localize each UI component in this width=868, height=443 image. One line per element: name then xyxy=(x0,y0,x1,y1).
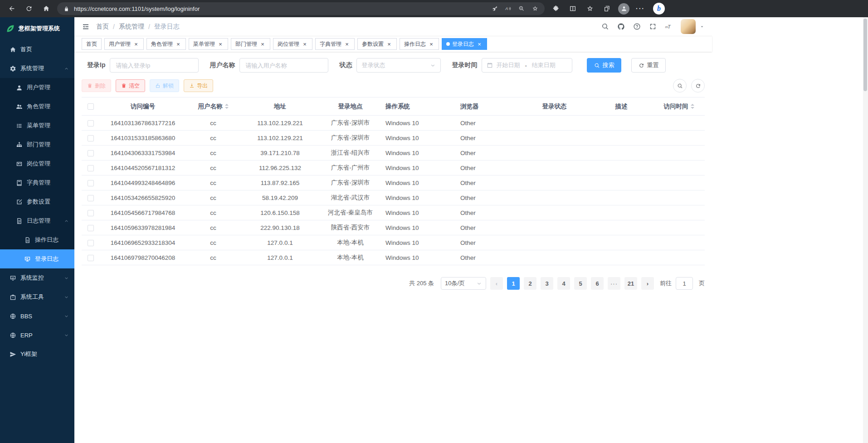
zoom-out-icon[interactable] xyxy=(518,5,525,12)
reset-button[interactable]: 重置 xyxy=(631,58,666,73)
sort-caret-icon[interactable] xyxy=(691,104,694,109)
table-row[interactable]: 1641054566717984768cc120.6.150.158河北省-秦皇… xyxy=(82,205,705,220)
tab-dept-manage[interactable]: 部门管理× xyxy=(231,38,270,50)
row-checkbox[interactable] xyxy=(88,180,94,186)
tab-login-log[interactable]: 登录日志× xyxy=(442,38,487,50)
tab-close-icon[interactable]: × xyxy=(302,41,308,47)
page-button-6[interactable]: 6 xyxy=(591,277,604,290)
row-checkbox[interactable] xyxy=(88,225,94,231)
row-checkbox[interactable] xyxy=(88,195,94,201)
tab-post-manage[interactable]: 岗位管理× xyxy=(273,38,312,50)
unlock-button[interactable]: 解锁 xyxy=(150,79,179,92)
address-bar[interactable]: https://ccnetcore.com:1101/system/log/lo… xyxy=(57,2,545,15)
sidebar-item-yi-framework[interactable]: Yi框架 xyxy=(0,345,74,364)
refresh-table-button[interactable] xyxy=(691,79,705,92)
sidebar-item-system-manage[interactable]: 系统管理 xyxy=(0,59,74,78)
status-select[interactable]: 登录状态 xyxy=(356,58,441,73)
tab-close-icon[interactable]: × xyxy=(133,41,139,47)
tab-role-manage[interactable]: 角色管理× xyxy=(146,38,186,50)
page-button-1[interactable]: 1 xyxy=(507,277,520,290)
tab-close-icon[interactable]: × xyxy=(259,41,266,47)
browser-menu-button[interactable]: ··· xyxy=(634,2,647,15)
column-header-visit-time[interactable]: 访问时间 xyxy=(653,97,705,116)
toggle-search-button[interactable] xyxy=(673,79,687,92)
tab-dict-manage[interactable]: 字典管理× xyxy=(315,38,355,50)
copilot-button[interactable]: b xyxy=(653,3,665,15)
sidebar-toggle-icon[interactable] xyxy=(82,23,90,31)
tab-close-icon[interactable]: × xyxy=(476,41,483,47)
page-ellipsis[interactable]: ··· xyxy=(608,277,620,290)
next-page-button[interactable]: › xyxy=(641,277,654,290)
prev-page-button[interactable]: ‹ xyxy=(490,277,503,290)
password-key-icon[interactable] xyxy=(491,5,497,12)
sidebar-item-dept-manage[interactable]: 部门管理 xyxy=(0,135,74,154)
search-button[interactable]: 搜索 xyxy=(587,58,621,73)
breadcrumb-system-manage[interactable]: 系统管理 xyxy=(119,23,144,31)
page-button-21[interactable]: 21 xyxy=(624,277,637,290)
column-header-user-name[interactable]: 用户名称 xyxy=(186,97,240,116)
clear-button[interactable]: 清空 xyxy=(116,79,145,92)
user-avatar[interactable] xyxy=(681,19,696,34)
sidebar-item-user-manage[interactable]: 用户管理 xyxy=(0,78,74,97)
date-range-picker[interactable]: 开始日期 - 结束日期 xyxy=(482,58,572,73)
page-button-5[interactable]: 5 xyxy=(574,277,587,290)
table-row[interactable]: 1641044993248464896cc113.87.92.165广东省-深圳… xyxy=(82,175,705,190)
tab-close-icon[interactable]: × xyxy=(386,41,392,47)
favorite-star-icon[interactable] xyxy=(532,5,538,12)
page-button-3[interactable]: 3 xyxy=(541,277,553,290)
sidebar-item-bbs[interactable]: BBS xyxy=(0,307,74,326)
fullscreen-icon[interactable] xyxy=(649,23,657,30)
sidebar-item-dict-manage[interactable]: 字典管理 xyxy=(0,173,74,192)
help-icon[interactable] xyxy=(633,23,641,30)
row-checkbox[interactable] xyxy=(88,210,94,216)
header-search-icon[interactable] xyxy=(601,23,609,30)
sidebar-item-login-log[interactable]: 登录日志 xyxy=(0,249,74,268)
table-row[interactable]: 1641053426655825920cc58.19.42.209湖北省-武汉市… xyxy=(82,190,705,205)
sort-caret-icon[interactable] xyxy=(225,104,229,109)
github-icon[interactable] xyxy=(617,23,625,30)
table-row[interactable]: 1641059633978281984cc222.90.130.18陕西省-西安… xyxy=(82,220,705,235)
sidebar-item-role-manage[interactable]: 角色管理 xyxy=(0,97,74,116)
row-checkbox[interactable] xyxy=(88,165,94,171)
row-checkbox[interactable] xyxy=(88,120,94,127)
sidebar-item-menu-manage[interactable]: 菜单管理 xyxy=(0,116,74,135)
table-row[interactable]: 1641069798270046208cc127.0.0.1本地-本机Windo… xyxy=(82,250,705,265)
read-aloud-icon[interactable]: A xyxy=(505,5,511,12)
table-row[interactable]: 1641043063331753984cc39.171.210.78浙江省-绍兴… xyxy=(82,146,705,161)
table-row[interactable]: 1641069652933218304cc127.0.0.1本地-本机Windo… xyxy=(82,235,705,250)
tab-param-settings[interactable]: 参数设置× xyxy=(357,38,397,50)
avatar-caret-icon[interactable] xyxy=(699,24,705,29)
browser-refresh-button[interactable] xyxy=(23,2,35,15)
sidebar-item-post-manage[interactable]: 岗位管理 xyxy=(0,154,74,173)
app-logo[interactable]: 意框架管理系统 xyxy=(0,17,74,40)
sidebar-item-home[interactable]: 首页 xyxy=(0,40,74,59)
tab-close-icon[interactable]: × xyxy=(344,41,350,47)
page-scrollbar[interactable] xyxy=(863,17,868,443)
browser-back-button[interactable] xyxy=(5,2,18,15)
browser-extensions-button[interactable] xyxy=(549,2,562,15)
row-checkbox[interactable] xyxy=(88,240,94,246)
tab-operation-log[interactable]: 操作日志× xyxy=(400,38,439,50)
goto-page-input[interactable] xyxy=(676,277,693,290)
row-checkbox[interactable] xyxy=(88,150,94,156)
page-button-4[interactable]: 4 xyxy=(557,277,570,290)
collections-button[interactable] xyxy=(601,2,614,15)
font-size-icon[interactable]: тT xyxy=(665,23,673,30)
breadcrumb-home[interactable]: 首页 xyxy=(96,23,109,31)
sidebar-item-operation-log[interactable]: 操作日志 xyxy=(0,230,74,249)
page-size-select[interactable]: 10条/页 xyxy=(441,277,486,290)
select-all-checkbox[interactable] xyxy=(88,103,94,110)
table-row[interactable]: 1641031533185863680cc113.102.129.221广东省-… xyxy=(82,131,705,146)
delete-button[interactable]: 删除 xyxy=(82,79,111,92)
site-lock-icon[interactable] xyxy=(63,6,69,12)
table-row[interactable]: 1641044520567181312cc112.96.225.132广东省-广… xyxy=(82,161,705,175)
page-button-2[interactable]: 2 xyxy=(524,277,536,290)
tab-close-icon[interactable]: × xyxy=(217,41,224,47)
table-row[interactable]: 1641031367863177216cc113.102.129.221广东省-… xyxy=(82,116,705,131)
favorites-button[interactable] xyxy=(584,2,596,15)
export-button[interactable]: 导出 xyxy=(184,79,213,92)
row-checkbox[interactable] xyxy=(88,255,94,261)
tab-menu-manage[interactable]: 菜单管理× xyxy=(189,38,228,50)
sidebar-item-system-monitor[interactable]: 系统监控 xyxy=(0,268,74,287)
scrollbar-thumb[interactable] xyxy=(863,19,867,91)
